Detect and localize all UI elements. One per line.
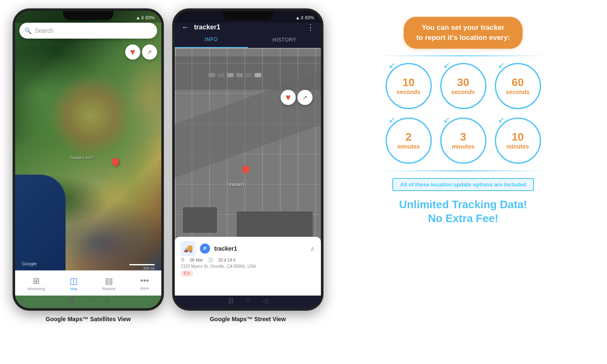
car bbox=[218, 73, 224, 77]
included-text: All of these location update options are… bbox=[400, 181, 526, 188]
phone2-battery: 83% bbox=[305, 15, 314, 20]
right-panel: You can set your tracker to report it's … bbox=[332, 8, 594, 230]
home-gesture2: ○ bbox=[246, 297, 250, 305]
car bbox=[236, 73, 243, 77]
unlimited-line1: Unlimited Tracking Data! bbox=[399, 198, 527, 211]
tab-info-label: INFO bbox=[205, 37, 218, 42]
nav-map[interactable]: ◫ Map bbox=[70, 276, 78, 291]
circle-60s-number: 60 bbox=[512, 76, 524, 89]
info-duration: 20 d 14 h bbox=[218, 258, 236, 262]
home-gesture: ○ bbox=[86, 297, 90, 305]
phone2-content: ← tracker1 ⋮ INFO HISTORY bbox=[175, 11, 321, 308]
circle-2m-unit: minutes bbox=[397, 143, 420, 150]
phone1-status-right: ▲.ll 83% bbox=[136, 15, 155, 20]
circle-10s: 10 seconds bbox=[386, 63, 432, 109]
phone1-search-bar[interactable]: 🔍 Search bbox=[19, 23, 157, 39]
info-clock-icon: 🕐 bbox=[208, 258, 213, 262]
phone1-signal-icon: ▲.ll bbox=[136, 15, 144, 20]
menu-button[interactable]: ⋮ bbox=[307, 23, 314, 32]
phone2-status-right: ▲.ll 83% bbox=[295, 15, 314, 20]
google-watermark2: Google bbox=[180, 267, 193, 271]
banner-text: You can set your tracker to report it's … bbox=[416, 24, 510, 42]
info-meta: ⏱ 06 Mar 🕐 20 d 14 h bbox=[181, 258, 315, 262]
phone1-home-bar: ||| ○ ◁ bbox=[68, 297, 108, 305]
circle-30s-unit: seconds bbox=[451, 89, 475, 95]
arrow1[interactable]: ↗ bbox=[142, 45, 157, 60]
nav-map-label: Map bbox=[70, 287, 78, 291]
car bbox=[227, 73, 234, 77]
nav-reports[interactable]: ▤ Reports bbox=[102, 276, 116, 291]
phone1-content: 🔍 Search Tracker1 0177 ▼ bbox=[15, 11, 161, 308]
truck-icon: 🚚 bbox=[181, 241, 196, 256]
tab-history[interactable]: HISTORY bbox=[248, 32, 321, 48]
circle-10m: 10 minutes bbox=[495, 118, 541, 164]
arrow1-icon: ↗ bbox=[147, 49, 152, 55]
info-name: tracker1 bbox=[214, 245, 237, 252]
arrow2[interactable]: ↗ bbox=[297, 90, 313, 105]
circle-60s: 60 seconds bbox=[495, 63, 541, 109]
compass1[interactable]: ▼ bbox=[125, 45, 140, 60]
recent-gesture2: ◁ bbox=[263, 297, 268, 305]
time-badge: 5 h bbox=[181, 270, 193, 277]
circle-3m: 3 minutes bbox=[440, 118, 486, 164]
car bbox=[208, 73, 215, 77]
back-button[interactable]: ← bbox=[181, 23, 189, 32]
tab-info[interactable]: INFO bbox=[175, 32, 248, 48]
phone2-caption: Google Maps™ Street View bbox=[210, 316, 286, 322]
nav-monitoring[interactable]: ⊞ Monitoring bbox=[27, 276, 45, 291]
monitoring-icon: ⊞ bbox=[33, 276, 40, 286]
compass2[interactable]: ▼ bbox=[281, 90, 296, 105]
info-date-icon: ⏱ bbox=[181, 258, 185, 262]
circle-60s-unit: seconds bbox=[506, 89, 530, 95]
phone2-wrapper: ▲.ll 83% ← tracker1 ⋮ INFO HISTOR bbox=[172, 8, 323, 322]
circle-10s-number: 10 bbox=[402, 76, 415, 89]
circle-3m-number: 3 bbox=[460, 131, 466, 143]
phone2-title: tracker1 bbox=[194, 24, 307, 31]
scale-text1: 200 mi bbox=[143, 266, 155, 270]
circle-10s-unit: seconds bbox=[397, 89, 420, 95]
compass1-icon: ▼ bbox=[129, 47, 137, 57]
phone2-home-bar: ||| ○ ◁ bbox=[228, 297, 268, 305]
info-address: 2325 Myers St, Oroville, CA 95966, USA bbox=[181, 264, 315, 269]
circle-10m-unit: minutes bbox=[507, 143, 529, 150]
included-badge: All of these location update options are… bbox=[392, 178, 533, 191]
compass2-icon: ▼ bbox=[284, 93, 292, 102]
more-icon: ••• bbox=[140, 276, 149, 285]
p-badge: P bbox=[200, 244, 210, 254]
nav-more[interactable]: ••• More bbox=[140, 276, 149, 291]
tracker-label2: tracker1 bbox=[229, 182, 244, 187]
building2 bbox=[183, 207, 217, 233]
phone2-signal-icon: ▲.ll bbox=[295, 15, 303, 20]
phone1-status-bar: ▲.ll 83% bbox=[15, 11, 161, 23]
nav-reports-label: Reports bbox=[102, 287, 116, 291]
main-container: ▲.ll 83% 🔍 Search bbox=[0, 0, 607, 364]
map-label1: Google bbox=[22, 261, 37, 266]
back-gesture: ||| bbox=[68, 297, 74, 305]
scale-bar1 bbox=[129, 264, 155, 265]
search-text: Search bbox=[35, 27, 53, 34]
phone1-wrapper: ▲.ll 83% 🔍 Search bbox=[13, 8, 164, 322]
tracker-label1: Tracker1 0177 bbox=[70, 156, 94, 160]
unlimited-line2: No Extra Fee! bbox=[428, 212, 499, 225]
phone2-status-bar: ▲.ll 83% bbox=[175, 11, 321, 23]
phone1-battery: 83% bbox=[145, 15, 155, 20]
circles-grid: 10 seconds 30 seconds 60 seconds 2 minut… bbox=[386, 63, 541, 164]
phone1-nav: ⊞ Monitoring ◫ Map ▤ Reports ••• More bbox=[15, 270, 161, 296]
search-icon: 🔍 bbox=[24, 27, 32, 34]
circle-2m: 2 minutes bbox=[386, 118, 432, 164]
circle-2m-number: 2 bbox=[405, 131, 411, 143]
circle-10m-number: 10 bbox=[512, 131, 524, 143]
recent-gesture: ◁ bbox=[103, 297, 108, 305]
promo-banner: You can set your tracker to report it's … bbox=[404, 17, 523, 49]
cars-grid bbox=[208, 73, 259, 98]
car bbox=[245, 73, 252, 77]
nav-monitoring-label: Monitoring bbox=[27, 287, 45, 291]
back-gesture2: ||| bbox=[228, 297, 233, 305]
terrain-area bbox=[49, 74, 133, 158]
phone2: ▲.ll 83% ← tracker1 ⋮ INFO HISTOR bbox=[172, 8, 323, 311]
phone1: ▲.ll 83% 🔍 Search bbox=[13, 8, 164, 311]
unlimited-text: Unlimited Tracking Data! No Extra Fee! bbox=[399, 198, 527, 226]
map-icon: ◫ bbox=[70, 276, 78, 286]
tab-history-label: HISTORY bbox=[273, 37, 296, 43]
nav-more-label: More bbox=[140, 286, 149, 291]
